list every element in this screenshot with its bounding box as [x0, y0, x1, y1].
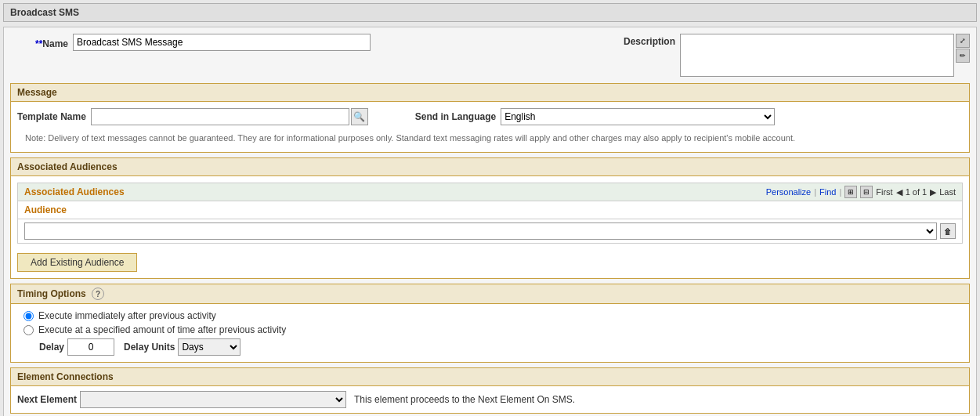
element-conn-body: Next Element This element proceeds to th… [11, 386, 969, 413]
page-info: 1 of 1 [906, 187, 928, 197]
timing-option1-label: Execute immediately after previous activ… [38, 310, 216, 321]
description-row: Description ⤢ ✏ [624, 34, 970, 77]
search-button[interactable]: 🔍 [351, 108, 368, 125]
audiences-inner-title: Associated Audiences [24, 186, 125, 197]
delay-row: Delay Delay Units Days Hours Minutes [39, 338, 956, 356]
audience-select[interactable] [24, 222, 937, 240]
element-connections-panel: Element Connections Next Element This el… [10, 367, 970, 414]
audience-col-header: Audience [18, 201, 962, 219]
add-existing-audience-button[interactable]: Add Existing Audience [17, 253, 137, 272]
next-nav-icon[interactable]: ▶ [930, 187, 936, 197]
personalize-link[interactable]: Personalize [766, 187, 811, 197]
grid-icon-btn[interactable]: ⊟ [860, 186, 873, 198]
audiences-panel: Associated Audiences Associated Audience… [10, 157, 970, 279]
top-form: **Name Description ⤢ ✏ [10, 34, 970, 77]
timing-radio-specified[interactable] [24, 325, 34, 335]
audiences-nav: Personalize | Find | ⊞ ⊟ First ◀ 1 of 1 … [766, 186, 956, 198]
audiences-inner-header: Associated Audiences Personalize | Find … [18, 183, 962, 201]
next-elem-label: Next Element [17, 394, 77, 405]
prev-nav-icon[interactable]: ◀ [896, 187, 902, 197]
name-input[interactable] [73, 34, 371, 51]
audience-delete-btn[interactable]: 🗑 [940, 223, 956, 239]
find-link[interactable]: Find [819, 187, 836, 197]
search-icon: 🔍 [353, 111, 365, 122]
timing-radio-immediate[interactable] [24, 311, 34, 321]
nav-sep2: | [839, 187, 841, 197]
message-body: Template Name 🔍 Send in Language English… [11, 102, 969, 152]
message-panel: Message Template Name 🔍 Send in Language… [10, 83, 970, 153]
delay-input[interactable] [67, 338, 114, 356]
language-select[interactable]: English French Spanish German [501, 108, 775, 125]
delay-units-select[interactable]: Days Hours Minutes [178, 338, 240, 356]
timing-header: Timing Options ? [11, 284, 969, 304]
template-input[interactable] [91, 108, 349, 125]
timing-body: Execute immediately after previous activ… [11, 304, 969, 362]
message-header: Message [11, 84, 969, 102]
timing-help-icon[interactable]: ? [92, 288, 104, 300]
next-elem-select[interactable] [80, 391, 346, 408]
desc-label: Description [624, 34, 680, 47]
timing-option2-row: Execute at a specified amount of time af… [24, 324, 956, 335]
delay-label: Delay [39, 342, 64, 353]
page-wrapper: Broadcast SMS **Name Description ⤢ ✏ Mes… [0, 0, 980, 416]
nav-sep1: | [814, 187, 816, 197]
required-star: ** [35, 38, 42, 49]
timing-panel: Timing Options ? Execute immediately aft… [10, 284, 970, 363]
desc-icon-edit[interactable]: ✏ [956, 49, 970, 63]
name-label: **Name [10, 36, 73, 49]
audiences-header: Associated Audiences [11, 158, 969, 176]
audiences-inner-panel: Associated Audiences Personalize | Find … [17, 183, 963, 244]
last-label[interactable]: Last [939, 187, 956, 197]
export-icon-btn[interactable]: ⊞ [844, 186, 857, 198]
main-content: **Name Description ⤢ ✏ Message Template … [3, 27, 977, 416]
title-bar: Broadcast SMS [3, 3, 977, 22]
desc-textarea[interactable] [680, 34, 954, 77]
lang-label: Send in Language [415, 111, 501, 122]
message-note: Note: Delivery of text messages cannot b… [25, 130, 963, 146]
desc-icons: ⤢ ✏ [956, 34, 970, 63]
timing-option1-row: Execute immediately after previous activ… [24, 310, 956, 321]
desc-icon-expand[interactable]: ⤢ [956, 34, 970, 48]
template-label: Template Name [17, 111, 91, 122]
audiences-body: Associated Audiences Personalize | Find … [11, 176, 969, 278]
element-connections-header: Element Connections [11, 368, 969, 386]
timing-header-label: Timing Options [17, 288, 86, 299]
message-form-row: Template Name 🔍 Send in Language English… [17, 108, 963, 125]
timing-option2-label: Execute at a specified amount of time af… [38, 324, 286, 335]
first-label: First [876, 187, 892, 197]
next-elem-note: This element proceeds to the Next Elemen… [354, 394, 575, 405]
title-label: Broadcast SMS [10, 7, 79, 18]
delay-units-label: Delay Units [124, 342, 175, 353]
name-row: **Name [10, 34, 371, 51]
audience-data-row: 🗑 [18, 219, 962, 243]
